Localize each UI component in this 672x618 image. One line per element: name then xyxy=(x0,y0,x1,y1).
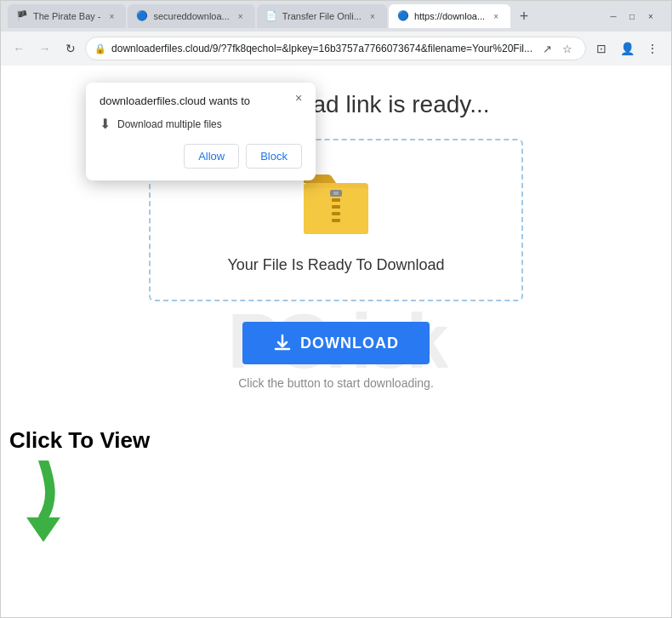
tab4-close[interactable]: × xyxy=(490,10,502,22)
svg-rect-5 xyxy=(332,212,340,215)
svg-rect-8 xyxy=(333,192,339,195)
tab-switcher-button[interactable]: ⊡ xyxy=(589,37,613,60)
title-bar: 🏴 The Pirate Bay - × 🔵 secureddownloa...… xyxy=(1,1,671,31)
svg-rect-4 xyxy=(332,205,340,209)
menu-button[interactable]: ⋮ xyxy=(641,37,664,60)
click-to-view-text: Click To View xyxy=(9,427,150,454)
download-label: DOWNLOAD xyxy=(300,335,399,352)
url-bar[interactable]: 🔒 downloaderfiles.cloud/9/?7fk8qechol=&l… xyxy=(85,37,586,60)
maximize-button[interactable]: □ xyxy=(625,9,639,23)
popup-permission-text: Download multiple files xyxy=(117,118,222,130)
tab1-close[interactable]: × xyxy=(105,10,117,22)
new-tab-button[interactable]: + xyxy=(512,4,536,28)
browser-window: 🏴 The Pirate Bay - × 🔵 secureddownloa...… xyxy=(0,0,672,618)
url-actions: ↗ ☆ xyxy=(538,39,577,58)
forward-icon: → xyxy=(39,42,51,55)
bookmark-icon[interactable]: ☆ xyxy=(558,39,577,58)
tabs-bar: 🏴 The Pirate Bay - × 🔵 secureddownloa...… xyxy=(8,4,603,28)
download-icon xyxy=(273,334,292,352)
svg-rect-6 xyxy=(332,219,340,222)
svg-rect-3 xyxy=(332,198,340,202)
back-icon: ← xyxy=(13,42,25,55)
green-arrow-icon xyxy=(9,461,77,546)
tab-transfer-file[interactable]: 📄 Transfer File Onli... × xyxy=(257,4,387,28)
click-hint: Click the button to start downloading. xyxy=(238,376,434,390)
allow-button[interactable]: Allow xyxy=(184,144,239,169)
window-controls: ─ □ × xyxy=(607,9,658,23)
forward-button[interactable]: → xyxy=(33,37,55,60)
popup-permission-row: ⬇ Download multiple files xyxy=(100,116,302,132)
popup-title: downloaderfiles.cloud wants to xyxy=(100,94,302,107)
tab3-favicon: 📄 xyxy=(265,10,277,22)
omnibar: ← → ↻ 🔒 downloaderfiles.cloud/9/?7fk8qec… xyxy=(1,31,671,66)
tab-downloaderfiles[interactable]: 🔵 https://downloa... × xyxy=(389,4,510,28)
popup-buttons: Allow Block xyxy=(100,144,302,169)
tab4-title: https://downloa... xyxy=(414,11,485,21)
download-button[interactable]: DOWNLOAD xyxy=(242,322,430,364)
profile-button[interactable]: 👤 xyxy=(615,37,639,60)
tab3-close[interactable]: × xyxy=(367,10,379,22)
tab2-favicon: 🔵 xyxy=(136,10,148,22)
lock-icon: 🔒 xyxy=(94,43,106,54)
tab1-title: The Pirate Bay - xyxy=(33,11,100,21)
omnibar-right: ⊡ 👤 ⋮ xyxy=(589,37,664,60)
tab4-favicon: 🔵 xyxy=(397,10,409,22)
share-icon[interactable]: ↗ xyxy=(538,39,556,58)
download-perm-icon: ⬇ xyxy=(100,116,111,132)
popup-close-button[interactable]: × xyxy=(290,89,307,106)
block-button[interactable]: Block xyxy=(246,144,302,169)
permission-popup: × downloaderfiles.cloud wants to ⬇ Downl… xyxy=(86,83,316,180)
tab2-title: secureddownloa... xyxy=(153,11,229,21)
svg-marker-10 xyxy=(26,518,60,542)
reload-icon: ↻ xyxy=(65,42,76,55)
tab1-favicon: 🏴 xyxy=(16,10,28,22)
tab-secureddownload[interactable]: 🔵 secureddownloa... × xyxy=(128,4,254,28)
click-to-view-overlay: Click To View xyxy=(9,427,150,549)
tab3-title: Transfer File Onli... xyxy=(282,11,362,21)
close-button[interactable]: × xyxy=(644,9,658,23)
page-content: PCrisk Your download link is ready... xyxy=(1,66,671,617)
url-text: downloaderfiles.cloud/9/?7fk8qechol=&lpk… xyxy=(111,43,532,54)
tab2-close[interactable]: × xyxy=(235,10,247,22)
reload-button[interactable]: ↻ xyxy=(60,37,82,60)
file-ready-text: Your File Is Ready To Download xyxy=(227,256,444,274)
tab-pirate-bay[interactable]: 🏴 The Pirate Bay - × xyxy=(8,4,126,28)
back-button[interactable]: ← xyxy=(8,37,30,60)
minimize-button[interactable]: ─ xyxy=(607,9,620,23)
